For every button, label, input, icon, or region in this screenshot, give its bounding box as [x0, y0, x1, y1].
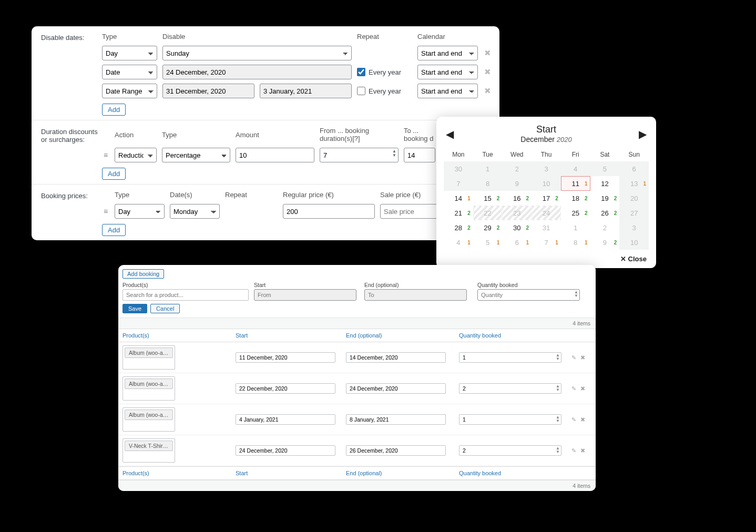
duration-amount-input[interactable]	[236, 148, 314, 162]
calendar-select[interactable]: Start and end	[417, 84, 478, 98]
row-qty-input[interactable]	[459, 445, 561, 456]
calendar-select[interactable]: Start and end	[417, 65, 478, 79]
cancel-button[interactable]: Cancel	[150, 304, 180, 313]
calendar-cell[interactable]: 5	[590, 161, 620, 176]
calendar-cell[interactable]: 282	[444, 220, 473, 235]
duration-add-button[interactable]: Add	[102, 168, 126, 180]
row-qty-input[interactable]	[459, 383, 561, 394]
spinner-icon[interactable]: ▲▼	[574, 290, 578, 298]
row-end-input[interactable]	[346, 414, 446, 425]
calendar-cell[interactable]: 1	[561, 220, 590, 235]
calendar-cell[interactable]: 111	[561, 176, 590, 191]
drag-icon[interactable]: ≡	[102, 151, 109, 159]
row-start-input[interactable]	[236, 445, 335, 456]
calendar-cell[interactable]: 141	[444, 191, 473, 206]
add-booking-button[interactable]: Add booking	[122, 269, 164, 279]
spinner-icon[interactable]: ▲▼	[556, 384, 560, 392]
tf-start[interactable]: Start	[236, 470, 346, 476]
delete-icon[interactable]: ✖	[483, 48, 492, 58]
th-products[interactable]: Product(s)	[122, 332, 236, 339]
end-date-input[interactable]	[364, 289, 467, 301]
calendar-next-icon[interactable]: ▶	[639, 128, 647, 140]
spinner-icon[interactable]: ▲▼	[556, 446, 560, 454]
disable-value-select[interactable]: Sunday	[162, 46, 352, 60]
calendar-cell[interactable]: 12	[590, 176, 620, 191]
calendar-cell[interactable]: 192	[590, 191, 620, 206]
product-search-input[interactable]	[122, 289, 249, 301]
tf-end[interactable]: End (optional)	[346, 470, 459, 476]
delete-icon[interactable]: ✖	[580, 447, 585, 454]
prices-regular-input[interactable]	[283, 204, 375, 219]
calendar-cell[interactable]: 23	[502, 206, 532, 220]
calendar-cell[interactable]: 152	[473, 191, 503, 206]
delete-icon[interactable]: ✖	[580, 385, 585, 392]
calendar-select[interactable]: Start and end	[417, 46, 478, 60]
calendar-cell[interactable]: 131	[619, 176, 649, 191]
disable-value2-input[interactable]	[260, 84, 352, 98]
calendar-prev-icon[interactable]: ◀	[446, 128, 454, 140]
calendar-cell[interactable]: 10	[619, 235, 649, 250]
calendar-cell[interactable]: 2	[590, 220, 620, 235]
duration-action-select[interactable]: Reduction	[115, 148, 157, 162]
tf-qty[interactable]: Quantity booked	[459, 470, 564, 476]
calendar-cell[interactable]: 24	[532, 206, 561, 220]
spinner-icon[interactable]: ▲▼	[556, 415, 560, 423]
disable-value-input[interactable]	[162, 84, 254, 98]
row-end-input[interactable]	[346, 352, 446, 363]
calendar-cell[interactable]: 302	[502, 220, 532, 235]
disable-type-select[interactable]: Date	[102, 65, 157, 79]
tf-products[interactable]: Product(s)	[122, 470, 236, 476]
product-chip-wrap[interactable]: V-Neck T-Shirt - Green (woo-vne	[122, 438, 175, 463]
start-date-input[interactable]	[254, 289, 356, 301]
delete-icon[interactable]: ✖	[580, 416, 585, 423]
calendar-close-button[interactable]: ✕Close	[436, 250, 656, 263]
calendar-cell[interactable]: 41	[444, 235, 473, 250]
row-start-input[interactable]	[236, 383, 335, 394]
disable-type-select[interactable]: Day	[102, 46, 157, 60]
calendar-cell[interactable]: 31	[532, 220, 561, 235]
calendar-cell[interactable]: 262	[590, 206, 620, 220]
drag-icon[interactable]: ≡	[102, 207, 109, 216]
spinner-icon[interactable]: ▲▼	[392, 149, 396, 158]
calendar-cell[interactable]: 9	[502, 176, 532, 191]
prices-dates-select[interactable]: Monday	[170, 204, 220, 219]
calendar-cell[interactable]: 3	[532, 161, 561, 176]
calendar-cell[interactable]: 162	[502, 191, 532, 206]
product-chip-wrap[interactable]: Album (woo-album)	[122, 345, 175, 370]
calendar-cell[interactable]: 4	[561, 161, 590, 176]
calendar-cell[interactable]: 22	[473, 206, 503, 220]
calendar-cell[interactable]: 61	[502, 235, 532, 250]
edit-icon[interactable]: ✎	[571, 385, 576, 392]
row-end-input[interactable]	[346, 383, 446, 394]
quantity-input[interactable]	[477, 289, 580, 301]
calendar-cell[interactable]: 2	[502, 161, 532, 176]
repeat-checkbox[interactable]	[357, 87, 365, 95]
edit-icon[interactable]: ✎	[571, 416, 576, 423]
calendar-cell[interactable]: 292	[473, 220, 503, 235]
calendar-cell[interactable]: 20	[619, 191, 649, 206]
edit-icon[interactable]: ✎	[571, 447, 576, 454]
disable-type-select[interactable]: Date Range	[102, 84, 157, 98]
calendar-cell[interactable]: 10	[532, 176, 561, 191]
row-end-input[interactable]	[346, 445, 446, 456]
disable-add-button[interactable]: Add	[102, 104, 126, 116]
calendar-cell[interactable]: 212	[444, 206, 473, 220]
disable-value-input[interactable]	[162, 65, 352, 79]
calendar-cell[interactable]: 8	[473, 176, 503, 191]
duration-type-select[interactable]: Percentage	[162, 148, 230, 162]
calendar-cell[interactable]: 182	[561, 191, 590, 206]
calendar-cell[interactable]: 3	[619, 220, 649, 235]
duration-from-input[interactable]	[320, 148, 399, 162]
delete-icon[interactable]: ✖	[483, 67, 492, 77]
product-chip-wrap[interactable]: Album (woo-album)	[122, 376, 175, 401]
delete-icon[interactable]: ✖	[580, 354, 585, 361]
th-start[interactable]: Start	[236, 332, 346, 339]
row-qty-input[interactable]	[459, 414, 561, 425]
calendar-cell[interactable]: 172	[532, 191, 561, 206]
product-chip-wrap[interactable]: Album (woo-album)	[122, 407, 175, 432]
calendar-cell[interactable]: 71	[532, 235, 561, 250]
th-end[interactable]: End (optional)	[346, 332, 459, 339]
calendar-cell[interactable]: 51	[473, 235, 503, 250]
calendar-cell[interactable]: 81	[561, 235, 590, 250]
save-button[interactable]: Save	[122, 304, 147, 313]
